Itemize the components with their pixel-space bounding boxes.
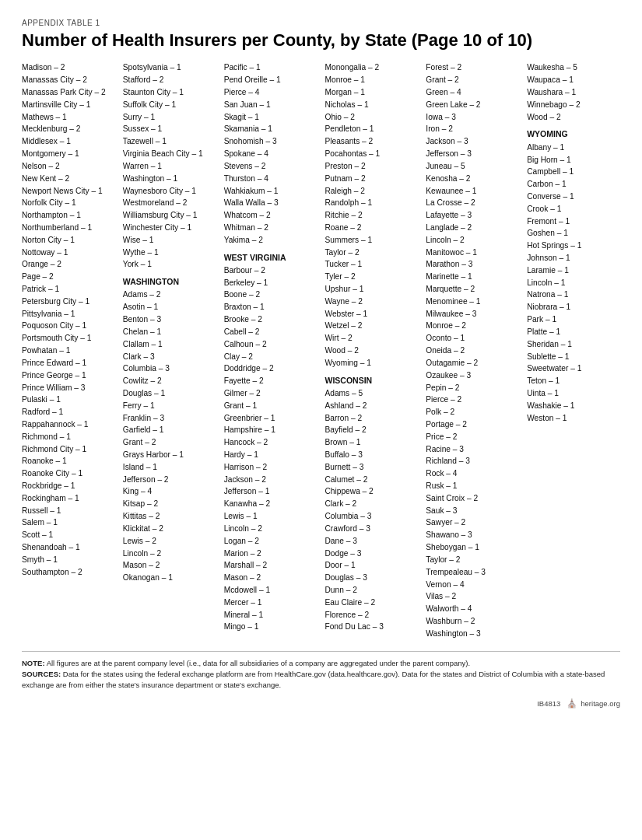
list-item: Wyoming – 1 <box>325 357 418 369</box>
list-item: Williamsburg City – 1 <box>123 209 216 222</box>
list-item: Gilmer – 2 <box>224 387 317 400</box>
list-item: Grant – 2 <box>123 436 216 449</box>
list-item: Waushara – 1 <box>527 86 620 99</box>
footer-divider <box>22 651 620 652</box>
list-item: Southampton – 2 <box>22 566 115 579</box>
list-item: Roanoke – 1 <box>22 455 115 467</box>
list-item: Washington – 3 <box>426 628 519 640</box>
list-item: Jefferson – 3 <box>426 148 519 160</box>
list-item: Platte – 1 <box>527 326 620 338</box>
list-item: Portage – 2 <box>426 418 519 431</box>
list-item: Chippewa – 2 <box>325 485 418 498</box>
list-item: Mcdowell – 1 <box>224 584 317 597</box>
sources-text: Data for the states using the federal ex… <box>22 670 605 689</box>
list-item: Mason – 2 <box>123 559 216 572</box>
list-item: Lincoln – 2 <box>123 548 216 560</box>
list-item: Sheridan – 1 <box>527 338 620 351</box>
list-item: Wood – 2 <box>527 111 620 124</box>
list-item: Saint Croix – 2 <box>426 492 519 505</box>
list-item: Iron – 2 <box>426 123 519 135</box>
list-item: Thurston – 4 <box>224 173 317 185</box>
list-item: Pendleton – 1 <box>325 123 418 135</box>
column-5: Forest – 2Grant – 2Green – 4Green Lake –… <box>426 61 527 639</box>
list-item: Nicholas – 1 <box>325 99 418 111</box>
list-item: Pocahontas – 1 <box>325 148 418 160</box>
list-item: Price – 2 <box>426 431 519 443</box>
list-item: Portsmouth City – 1 <box>22 332 115 345</box>
list-item: Spokane – 4 <box>224 148 317 160</box>
list-item: Teton – 1 <box>527 375 620 387</box>
list-item: Ritchie – 2 <box>325 209 418 222</box>
list-item: Wetzel – 2 <box>325 320 418 332</box>
list-item: Pend Oreille – 1 <box>224 74 317 86</box>
list-item: Douglas – 1 <box>123 387 216 400</box>
list-item: Fond Du Lac – 3 <box>325 621 418 633</box>
list-item: Mecklenburg – 2 <box>22 123 115 135</box>
list-item: Wood – 2 <box>325 345 418 357</box>
list-item: Radford – 1 <box>22 406 115 418</box>
list-item: Barron – 2 <box>325 412 418 425</box>
list-item: Douglas – 3 <box>325 572 418 584</box>
list-item: Ferry – 1 <box>123 400 216 412</box>
list-item: Pleasants – 2 <box>325 135 418 148</box>
list-item: Weston – 1 <box>527 412 620 425</box>
list-item: Wirt – 2 <box>325 332 418 345</box>
state-header: WISCONSIN <box>325 374 418 387</box>
list-item: Waukesha – 5 <box>527 61 620 74</box>
heritage-label: heritage.org <box>581 699 620 708</box>
list-item: Island – 1 <box>123 461 216 474</box>
list-item: Manassas Park City – 2 <box>22 86 115 99</box>
list-item: Barbour – 2 <box>224 264 317 277</box>
list-item: Jackson – 3 <box>426 135 519 148</box>
list-item: Dane – 3 <box>325 535 418 548</box>
list-item: Westmoreland – 2 <box>123 197 216 209</box>
list-item: Sweetwater – 1 <box>527 362 620 375</box>
list-item: Shenandoah – 1 <box>22 541 115 554</box>
list-item: Cowlitz – 2 <box>123 375 216 387</box>
list-item: Columbia – 3 <box>325 510 418 523</box>
list-item: Vernon – 4 <box>426 579 519 591</box>
list-item: Laramie – 1 <box>527 264 620 277</box>
list-item: York – 1 <box>123 258 216 271</box>
list-item: Mercer – 1 <box>224 597 317 609</box>
list-item: Dunn – 2 <box>325 584 418 597</box>
note-text: All figures are at the parent company le… <box>45 659 471 667</box>
list-item: Warren – 1 <box>123 160 216 173</box>
list-item: Clallam – 1 <box>123 338 216 351</box>
list-item: Garfield – 1 <box>123 424 216 436</box>
list-item: Marquette – 2 <box>426 283 519 296</box>
list-item: Rusk – 1 <box>426 480 519 492</box>
list-item: Kenosha – 2 <box>426 173 519 185</box>
list-item: Washakie – 1 <box>527 400 620 412</box>
list-item: Sawyer – 2 <box>426 516 519 529</box>
list-item: Northampton – 1 <box>22 209 115 222</box>
list-item: Walla Walla – 3 <box>224 197 317 209</box>
list-item: Roanoke City – 1 <box>22 467 115 480</box>
list-item: Salem – 1 <box>22 516 115 529</box>
column-3: Pacific – 1Pend Oreille – 1Pierce – 4San… <box>224 61 325 639</box>
state-header: WYOMING <box>527 128 620 140</box>
list-item: Campbell – 1 <box>527 166 620 178</box>
list-item: Pulaski – 1 <box>22 394 115 406</box>
list-item: Wayne – 2 <box>325 296 418 308</box>
list-item: Suffolk City – 1 <box>123 99 216 111</box>
list-item: Marinette – 1 <box>426 271 519 283</box>
list-item: Whatcom – 2 <box>224 209 317 222</box>
list-item: Mathews – 1 <box>22 111 115 124</box>
list-item: Virginia Beach City – 1 <box>123 148 216 160</box>
list-item: Clark – 2 <box>325 498 418 510</box>
list-item: Green – 4 <box>426 86 519 99</box>
list-item: Nelson – 2 <box>22 160 115 173</box>
list-item: Norton City – 1 <box>22 234 115 247</box>
list-item: Yakima – 2 <box>224 234 317 247</box>
list-item: King – 4 <box>123 485 216 498</box>
list-item: Wise – 1 <box>123 234 216 247</box>
note-label: NOTE: <box>22 659 45 667</box>
list-item: Petersburg City – 1 <box>22 296 115 308</box>
list-item: Northumberland – 1 <box>22 222 115 234</box>
list-item: Webster – 1 <box>325 308 418 320</box>
list-item: New Kent – 2 <box>22 173 115 185</box>
list-item: Okanogan – 1 <box>123 572 216 584</box>
list-item: Manassas City – 2 <box>22 74 115 86</box>
list-item: Marathon – 3 <box>426 258 519 271</box>
